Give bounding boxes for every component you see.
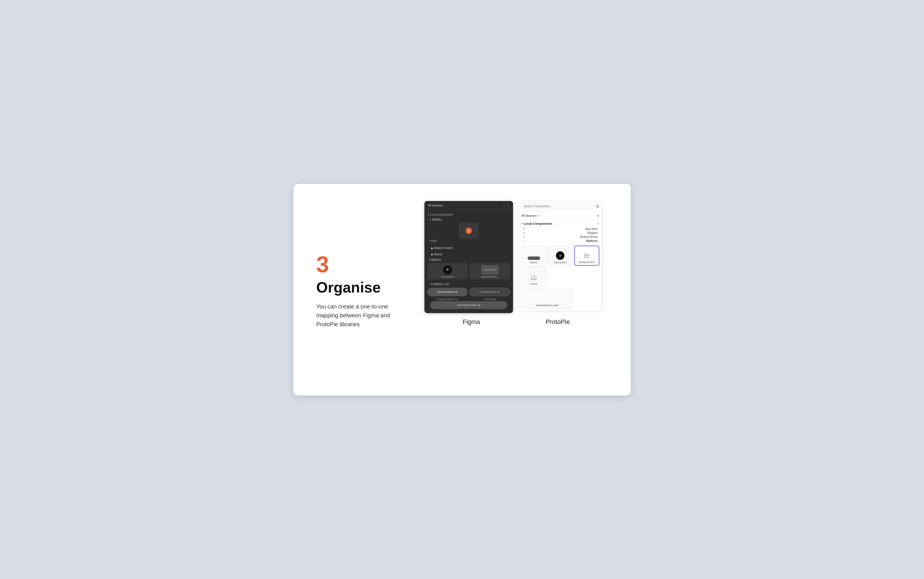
figma-button-items-row: + icon-button segmented-bu... [427, 263, 510, 279]
pp-search-header: ⊟ [518, 201, 602, 212]
chevron-down-icon: ▾ [431, 283, 432, 286]
pp-search-input[interactable] [521, 204, 594, 209]
step-title: Organise [317, 279, 402, 296]
pp-local-section-title: ▾ Local Components [521, 222, 552, 225]
pp-sort-icon[interactable]: ⊟ [596, 204, 599, 208]
chevron-down-icon: ▾ [428, 213, 430, 216]
figma-seg-button-item: segmented-bu... [470, 263, 510, 279]
figma-icon-button-item: + icon-button [427, 263, 468, 279]
figma-secondary-label: secondary [470, 298, 510, 301]
pp-badges-item[interactable]: ▶ Badges [521, 231, 599, 235]
protopie-label: ProtoPie [516, 318, 600, 325]
pp-button-label: Button [530, 261, 537, 264]
pp-add-icon[interactable]: + [597, 221, 599, 226]
figma-bottom-sheets: ▶ Bottom Sheets [424, 244, 513, 251]
pp-local-section-header: ▾ Local Components + [521, 221, 599, 226]
screenshots-row: All libraries ⋮⋮ ▾ Local components ▾ Ba… [413, 201, 614, 313]
figma-seg-button-preview [481, 265, 498, 275]
step-description: You can create a one-to-one mapping betw… [317, 302, 402, 329]
figma-local-label: ▾ Local components [424, 212, 513, 217]
pp-home-preview [530, 274, 537, 281]
badge-dot: 1 [465, 227, 472, 234]
step-number: 3 [317, 253, 402, 276]
figma-seg-button-label: segmented-bu... [480, 275, 499, 278]
figma-buttons-section: ▾ Buttons [424, 257, 513, 262]
pp-libraries-row: All libraries ▾ ≡ [518, 212, 602, 220]
pp-button-preview [527, 257, 540, 260]
pp-local-components-section: ▾ Local Components + ▶ App Bars ▶ Badges [518, 220, 602, 244]
pp-icon-button-label: icon-button [554, 261, 567, 264]
svg-rect-0 [584, 254, 589, 258]
figma-buttons-group: + icon-button segmented-bu... [424, 262, 513, 281]
chevron-right-icon: ▶ [523, 231, 525, 234]
pp-button-item[interactable]: Button [521, 245, 547, 266]
pp-buttons-item[interactable]: ▾ Buttons [521, 239, 599, 243]
figma-cta-labels-row: Primary button up secondary [427, 298, 510, 301]
figma-label: Figma [427, 318, 516, 325]
right-panel: All libraries ⋮⋮ ▾ Local components ▾ Ba… [413, 201, 614, 381]
figma-brand: ▶ Brand [424, 251, 513, 257]
figma-seg-inner [484, 269, 496, 270]
pp-components-grid: Button + icon-button [518, 244, 602, 311]
figma-badges-group: ▾ Badges 1 Badge [424, 217, 513, 244]
figma-header-title: All libraries [428, 204, 443, 207]
figma-badge-item-label: Badge [427, 239, 510, 242]
figma-icon-button-preview: + [443, 265, 452, 275]
figma-primary-button[interactable]: Primary button up [427, 288, 468, 296]
pp-navbar-button-preview [583, 252, 591, 260]
chevron-down-icon: ▾ [429, 218, 431, 221]
chevron-right-icon: ▶ [523, 227, 525, 230]
main-card: 3 Organise You can create a one-to-one m… [294, 184, 631, 396]
pp-icon-button-preview: + [556, 251, 565, 260]
figma-secondary-button[interactable]: Primary button up [469, 288, 510, 296]
labels-row: Figma ProtoPie [413, 318, 614, 325]
pp-navbarbuttonlabel-label: NavBarButtonLabel [536, 304, 558, 307]
figma-secondary-bottom-button[interactable]: Secondary button up [430, 301, 507, 309]
pp-icon-button-item[interactable]: + icon-button [548, 245, 573, 266]
protopie-panel: ⊟ All libraries ▾ ≡ ▾ Local Componen [518, 201, 602, 311]
chevron-down-icon: ▾ [523, 239, 524, 242]
figma-body: ▾ Local components ▾ Badges 1 Badge [424, 210, 513, 313]
figma-badges-label: Badges [432, 218, 442, 221]
figma-cta-row: Primary button up Primary button up [427, 288, 510, 296]
chevron-down-icon: ▾ [537, 214, 539, 217]
pp-list-icon[interactable]: ≡ [597, 213, 599, 218]
pp-app-bars-item[interactable]: ▶ App Bars [521, 227, 599, 231]
figma-cta-section-label: ▾ Buttons / cta [424, 281, 513, 286]
figma-menu-icon: ⋮⋮ [502, 203, 509, 208]
pp-navbarbuttonlabel-item[interactable]: NavBarButtonLabel [521, 288, 573, 309]
left-panel: 3 Organise You can create a one-to-one m… [317, 201, 413, 381]
pp-home-item[interactable]: Home [521, 267, 547, 287]
figma-header: All libraries ⋮⋮ [424, 201, 513, 210]
chevron-right-icon: ▶ [523, 236, 525, 238]
figma-primary-label: Primary button up [427, 298, 468, 301]
pp-navbar-button-item[interactable]: NavBarButton [574, 245, 599, 266]
figma-icon-button-label: icon-button [441, 275, 454, 278]
pp-all-libraries-label[interactable]: All libraries ▾ [521, 214, 539, 217]
pp-navbar-button-label: NavBarButton [579, 261, 595, 264]
figma-badge-box: 1 [459, 223, 479, 239]
chevron-down-icon: ▾ [521, 222, 523, 225]
figma-cta-buttons: Primary button up Primary button up Prim… [424, 286, 513, 310]
chevron-down-icon: ▾ [429, 258, 430, 261]
pp-home-label: Home [531, 283, 537, 286]
figma-panel: All libraries ⋮⋮ ▾ Local components ▾ Ba… [424, 201, 513, 313]
pp-bottom-sheet-item[interactable]: ▶ BottomSheet [521, 235, 599, 239]
